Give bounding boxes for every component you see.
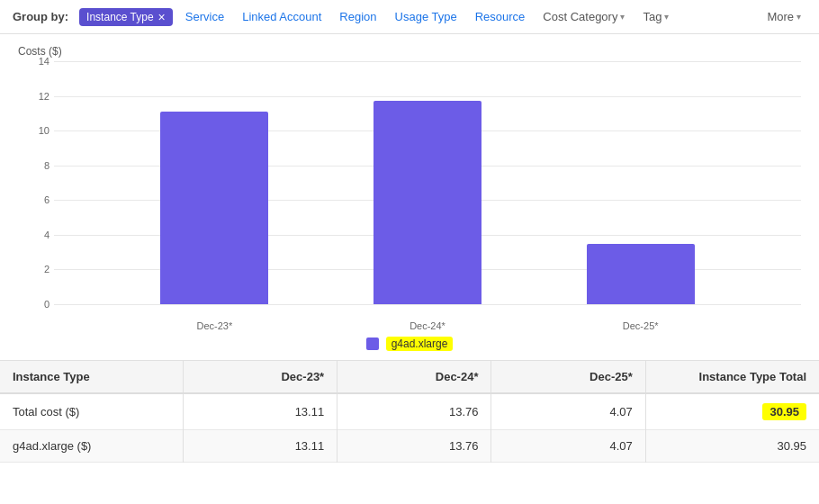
- cost-table: Instance Type Dec-23* Dec-24* Dec-25* In…: [0, 361, 819, 463]
- cell-dec25-total: 4.07: [491, 393, 645, 430]
- x-label-dec23: Dec-23*: [108, 320, 321, 331]
- cell-dec25-g4ad: 4.07: [491, 430, 645, 463]
- legend-area: g4ad.xlarge: [18, 337, 801, 351]
- legend-label: g4ad.xlarge: [386, 337, 454, 351]
- cell-label-total: Total cost ($): [0, 393, 183, 430]
- more-dropdown[interactable]: More ▾: [761, 7, 806, 26]
- y-label-14: 14: [18, 56, 50, 67]
- chevron-down-icon: ▾: [796, 12, 801, 22]
- y-label-2: 2: [18, 264, 50, 274]
- table-row: g4ad.xlarge ($) 13.11 13.76 4.07 30.95: [0, 430, 819, 463]
- costs-axis-label: Costs ($): [18, 45, 801, 58]
- bar-dec25[interactable]: [587, 244, 695, 304]
- legend-color-box: [366, 338, 379, 350]
- col-header-dec24: Dec-24*: [338, 361, 491, 393]
- table-section: Instance Type Dec-23* Dec-24* Dec-25* In…: [0, 361, 819, 463]
- chevron-down-icon: ▾: [620, 12, 625, 22]
- cell-dec24-g4ad: 13.76: [338, 430, 491, 463]
- y-label-10: 10: [18, 125, 50, 136]
- nav-item-service[interactable]: Service: [180, 7, 230, 26]
- col-header-dec23: Dec-23*: [183, 361, 337, 393]
- bar-group-dec24: [321, 101, 535, 304]
- cost-category-label: Cost Category: [543, 10, 617, 23]
- cell-total-g4ad: 30.95: [645, 430, 819, 463]
- nav-item-resource[interactable]: Resource: [470, 7, 531, 26]
- col-header-instance-type: Instance Type: [0, 361, 183, 393]
- active-filter-tag[interactable]: Instance Type ×: [79, 8, 173, 26]
- x-label-dec24: Dec-24*: [321, 320, 535, 331]
- active-filter-label: Instance Type: [86, 11, 154, 23]
- cell-dec23-total: 13.11: [183, 393, 337, 430]
- nav-item-tag[interactable]: Tag ▾: [637, 7, 674, 26]
- group-by-label: Group by:: [13, 10, 68, 23]
- y-label-0: 0: [18, 299, 50, 310]
- cell-label-g4ad: g4ad.xlarge ($): [0, 430, 183, 463]
- header-bar: Group by: Instance Type × Service Linked…: [0, 0, 819, 34]
- chart-container: 14 12 10 8 6 4 2 0 Dec-23* Dec-24* Dec-: [18, 61, 801, 331]
- x-label-dec25: Dec-25*: [534, 320, 747, 331]
- bar-group-dec25: [534, 244, 747, 304]
- close-icon[interactable]: ×: [158, 11, 166, 23]
- bar-group-dec23: [108, 112, 321, 304]
- nav-item-usage-type[interactable]: Usage Type: [390, 7, 463, 26]
- bars-area: [54, 61, 801, 304]
- y-label-8: 8: [18, 160, 50, 171]
- y-label-6: 6: [18, 194, 50, 205]
- table-row: Total cost ($) 13.11 13.76 4.07 30.95: [0, 393, 819, 430]
- bar-dec23[interactable]: [160, 112, 268, 304]
- col-header-dec25: Dec-25*: [491, 361, 645, 393]
- nav-item-region[interactable]: Region: [334, 7, 382, 26]
- tag-label: Tag: [643, 10, 662, 23]
- nav-item-cost-category[interactable]: Cost Category ▾: [537, 7, 630, 26]
- cell-dec24-total: 13.76: [338, 393, 491, 430]
- y-label-4: 4: [18, 230, 50, 240]
- nav-item-linked-account[interactable]: Linked Account: [237, 7, 327, 26]
- col-header-total: Instance Type Total: [645, 361, 819, 393]
- x-axis-labels: Dec-23* Dec-24* Dec-25*: [54, 320, 801, 331]
- total-highlight-badge: 30.95: [762, 403, 806, 420]
- cell-total-total: 30.95: [645, 393, 819, 430]
- chart-area: Costs ($) 14 12 10 8 6 4 2 0 De: [0, 34, 819, 361]
- more-label: More: [767, 10, 794, 23]
- chevron-down-icon: ▾: [664, 12, 669, 22]
- table-header-row: Instance Type Dec-23* Dec-24* Dec-25* In…: [0, 361, 819, 393]
- cell-dec23-g4ad: 13.11: [183, 430, 337, 463]
- y-label-12: 12: [18, 91, 50, 102]
- bar-dec24[interactable]: [374, 101, 482, 304]
